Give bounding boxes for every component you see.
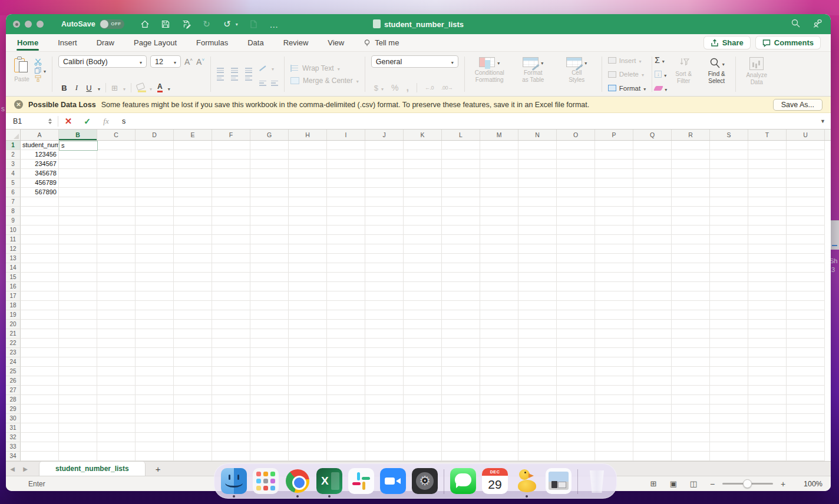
row-header-21[interactable]: 21	[6, 329, 21, 339]
grid-cell[interactable]	[595, 169, 633, 178]
grid-cell[interactable]	[672, 150, 710, 160]
grid-cell[interactable]	[480, 169, 518, 178]
grid-cell[interactable]	[557, 452, 595, 461]
sort-filter-button[interactable]: Sort &Filter	[667, 55, 700, 94]
grid-cell[interactable]	[59, 395, 97, 404]
grid-cell[interactable]	[365, 357, 404, 367]
grid-cell[interactable]	[289, 244, 327, 254]
grid-cell[interactable]	[59, 150, 97, 160]
grid-cell[interactable]	[59, 254, 97, 263]
grid-cell[interactable]	[21, 216, 59, 226]
copy-button[interactable]	[34, 66, 46, 74]
grid-cell[interactable]	[327, 282, 365, 291]
grid-cell[interactable]	[327, 273, 365, 282]
grid-cell[interactable]	[289, 169, 327, 178]
grid-cell[interactable]	[557, 169, 595, 178]
row-header-4[interactable]: 4	[6, 169, 21, 178]
grid-cell[interactable]	[748, 226, 787, 235]
dock-settings-icon[interactable]: ⚙	[412, 468, 438, 498]
grid-cell[interactable]	[748, 160, 787, 169]
font-size-select[interactable]: 12	[150, 55, 181, 68]
grid-cell[interactable]	[595, 329, 633, 339]
grid-cell[interactable]	[518, 367, 557, 376]
grid-cell[interactable]	[404, 339, 442, 348]
grid-cell[interactable]	[595, 320, 633, 329]
grid-cell[interactable]	[136, 386, 174, 395]
grid-cell[interactable]	[557, 150, 595, 160]
grid-cell[interactable]	[672, 395, 710, 404]
grid-cell[interactable]	[365, 452, 404, 461]
grid-cell[interactable]	[442, 339, 480, 348]
grid-cell[interactable]	[557, 160, 595, 169]
font-name-select[interactable]: Calibri (Body)	[58, 55, 147, 68]
grid-cell[interactable]	[633, 188, 672, 197]
decrease-decimal-button[interactable]: .00→	[441, 85, 453, 91]
grid-cell[interactable]	[595, 404, 633, 414]
grid-cell[interactable]	[787, 235, 825, 244]
grid-cell[interactable]	[787, 339, 825, 348]
grid-cell[interactable]	[787, 357, 825, 367]
grid-cell[interactable]	[21, 395, 59, 404]
grid-cell[interactable]	[748, 404, 787, 414]
column-header-L[interactable]: L	[442, 130, 480, 140]
grid-cell[interactable]	[289, 395, 327, 404]
grid-cell[interactable]	[557, 226, 595, 235]
grid-cell[interactable]	[480, 273, 518, 282]
grid-cell[interactable]	[327, 386, 365, 395]
grid-cell[interactable]	[327, 329, 365, 339]
grid-cell[interactable]	[633, 376, 672, 386]
grid-cell[interactable]	[787, 452, 825, 461]
grid-cell[interactable]	[136, 357, 174, 367]
grid-cell[interactable]	[21, 254, 59, 263]
grid-cell[interactable]	[289, 282, 327, 291]
grid-cell[interactable]	[59, 197, 97, 207]
grid-cell[interactable]	[404, 414, 442, 423]
grid-cell[interactable]	[59, 367, 97, 376]
grid-cell[interactable]	[633, 150, 672, 160]
column-header-A[interactable]: A	[21, 130, 59, 140]
grid-cell[interactable]	[136, 263, 174, 273]
grid-cell[interactable]	[365, 310, 404, 320]
grid-cell[interactable]	[595, 282, 633, 291]
insert-function-icon[interactable]: fx	[96, 117, 116, 126]
grid-cell[interactable]	[212, 386, 250, 395]
grid-cell[interactable]	[327, 376, 365, 386]
grid-cell[interactable]	[21, 273, 59, 282]
grid-cell[interactable]	[365, 226, 404, 235]
grid-cell[interactable]	[595, 207, 633, 216]
merge-center-button[interactable]: Merge & Center	[290, 77, 359, 85]
grid-cell[interactable]	[21, 442, 59, 452]
grid-cell[interactable]	[748, 414, 787, 423]
grid-cell[interactable]	[174, 414, 212, 423]
grid-cell[interactable]	[672, 169, 710, 178]
grid-cell[interactable]	[136, 367, 174, 376]
grid-cell[interactable]	[557, 216, 595, 226]
grid-cell[interactable]	[365, 348, 404, 357]
sheet-tab-active[interactable]: student_number_lists	[39, 462, 146, 476]
grid-cell[interactable]	[442, 414, 480, 423]
grid-cell[interactable]	[212, 320, 250, 329]
grid-cell[interactable]	[289, 310, 327, 320]
row-header-25[interactable]: 25	[6, 367, 21, 376]
dock-slack-icon[interactable]	[348, 468, 374, 498]
column-header-F[interactable]: F	[212, 130, 250, 140]
grid-cell[interactable]	[595, 226, 633, 235]
dock-finder-icon[interactable]	[221, 468, 247, 498]
grid-cell[interactable]	[174, 226, 212, 235]
grid-cell[interactable]	[595, 395, 633, 404]
grid-cell[interactable]	[327, 442, 365, 452]
grid-cell[interactable]	[289, 160, 327, 169]
grid-cell[interactable]	[21, 282, 59, 291]
grid-cell[interactable]	[748, 452, 787, 461]
grid-cell[interactable]	[97, 141, 136, 150]
row-header-17[interactable]: 17	[6, 291, 21, 301]
grid-cell[interactable]	[480, 386, 518, 395]
grid-cell[interactable]	[404, 273, 442, 282]
grid-cell[interactable]	[480, 244, 518, 254]
autosum-button[interactable]: Σ	[655, 56, 667, 64]
grid-cell[interactable]	[633, 339, 672, 348]
grid-cell[interactable]	[787, 320, 825, 329]
grid-cell[interactable]	[595, 197, 633, 207]
fill-color-chevron-icon[interactable]	[150, 82, 152, 93]
grid-cell[interactable]	[442, 395, 480, 404]
